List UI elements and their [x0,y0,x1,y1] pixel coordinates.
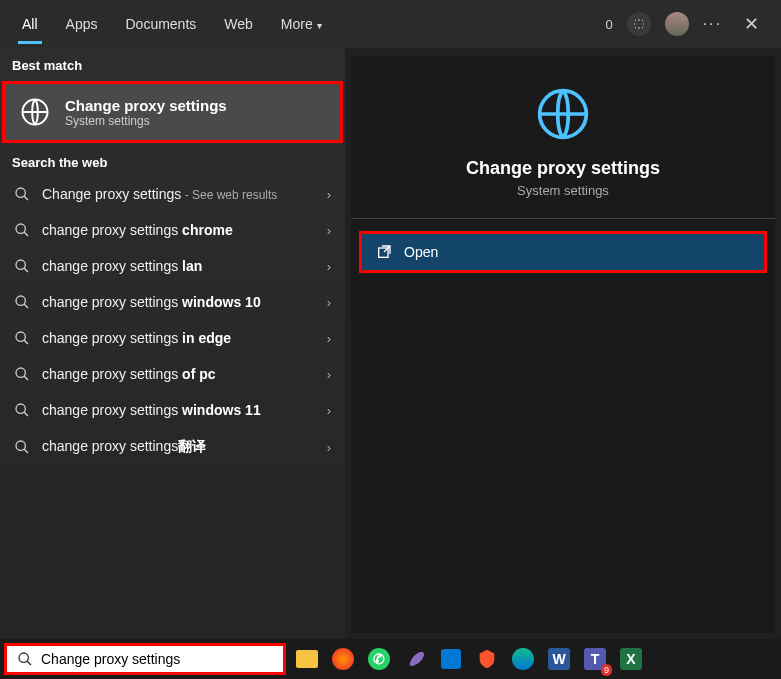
chevron-down-icon: ▾ [317,20,322,31]
web-suggestion[interactable]: change proxy settings of pc › [0,356,345,392]
search-icon [14,294,30,310]
web-suggestion[interactable]: change proxy settings chrome › [0,212,345,248]
tab-web[interactable]: Web [210,4,267,44]
web-suggestion[interactable]: change proxy settings in edge › [0,320,345,356]
globe-icon [535,86,591,142]
detail-panel: Change proxy settings System settings Op… [351,56,775,633]
svg-point-1 [16,188,25,197]
suggestion-text: change proxy settings in edge [42,330,331,346]
chevron-right-icon: › [327,223,331,238]
suggestion-text: Change proxy settings - See web results [42,186,331,202]
suggestion-text: change proxy settings windows 11 [42,402,331,418]
search-icon [17,651,33,667]
detail-title: Change proxy settings [466,158,660,179]
open-icon [376,244,392,260]
topbar: All Apps Documents Web More▾ 0 ··· ✕ [0,0,781,48]
results-panel: Best match Change proxy settings System … [0,48,345,639]
user-avatar[interactable] [665,12,689,36]
svg-point-4 [16,296,25,305]
tab-more[interactable]: More▾ [267,4,336,44]
rewards-points: 0 [605,17,612,32]
tab-documents[interactable]: Documents [111,4,210,44]
search-icon [14,402,30,418]
search-icon [14,186,30,202]
search-value: Change proxy settings [41,651,180,667]
search-icon [14,439,30,455]
chevron-right-icon: › [327,295,331,310]
svg-point-3 [16,260,25,269]
firefox-icon[interactable] [328,644,358,674]
teams-badge: 9 [601,664,612,676]
best-match-sub: System settings [65,114,227,128]
taskbar: Change proxy settings ✆ W T9 X [0,639,781,679]
main: Best match Change proxy settings System … [0,48,781,639]
excel-icon[interactable]: X [616,644,646,674]
chevron-right-icon: › [327,440,331,455]
search-icon [14,258,30,274]
svg-point-11 [19,653,28,662]
more-options[interactable]: ··· [703,15,722,33]
search-icon [14,366,30,382]
svg-point-6 [16,368,25,377]
tab-apps[interactable]: Apps [52,4,112,44]
web-suggestion[interactable]: change proxy settings翻译 › [0,428,345,466]
chevron-right-icon: › [327,187,331,202]
brave-icon[interactable] [472,644,502,674]
svg-point-7 [16,404,25,413]
tab-all[interactable]: All [8,4,52,44]
edge-icon[interactable] [508,644,538,674]
best-match-title: Change proxy settings [65,97,227,114]
whatsapp-icon[interactable]: ✆ [364,644,394,674]
chevron-right-icon: › [327,331,331,346]
web-suggestion[interactable]: change proxy settings windows 11 › [0,392,345,428]
search-icon [14,222,30,238]
chevron-right-icon: › [327,403,331,418]
chevron-right-icon: › [327,259,331,274]
suggestion-text: change proxy settings of pc [42,366,331,382]
suggestion-text: change proxy settings lan [42,258,331,274]
best-match-label: Best match [0,48,345,79]
svg-point-2 [16,224,25,233]
suggestion-text: change proxy settings windows 10 [42,294,331,310]
search-input[interactable]: Change proxy settings [4,643,286,675]
file-explorer-icon[interactable] [292,644,322,674]
microsoft-store-icon[interactable] [436,644,466,674]
web-suggestion[interactable]: change proxy settings windows 10 › [0,284,345,320]
feather-icon[interactable] [400,644,430,674]
web-suggestion[interactable]: Change proxy settings - See web results … [0,176,345,212]
web-suggestion[interactable]: change proxy settings lan › [0,248,345,284]
search-tabs: All Apps Documents Web More▾ [8,4,336,44]
close-button[interactable]: ✕ [736,9,767,39]
rewards-icon[interactable] [627,12,651,36]
open-action[interactable]: Open [359,231,767,273]
word-icon[interactable]: W [544,644,574,674]
search-web-label: Search the web [0,145,345,176]
suggestion-text: change proxy settings chrome [42,222,331,238]
topbar-right: 0 ··· ✕ [605,9,773,39]
globe-icon [19,96,51,128]
chevron-right-icon: › [327,367,331,382]
svg-point-8 [16,441,25,450]
svg-point-5 [16,332,25,341]
detail-header: Change proxy settings System settings [351,56,775,219]
best-match-item[interactable]: Change proxy settings System settings [2,81,343,143]
open-label: Open [404,244,438,260]
best-match-text: Change proxy settings System settings [65,97,227,128]
detail-sub: System settings [517,183,609,198]
teams-icon[interactable]: T9 [580,644,610,674]
search-icon [14,330,30,346]
suggestion-text: change proxy settings翻译 [42,438,331,456]
